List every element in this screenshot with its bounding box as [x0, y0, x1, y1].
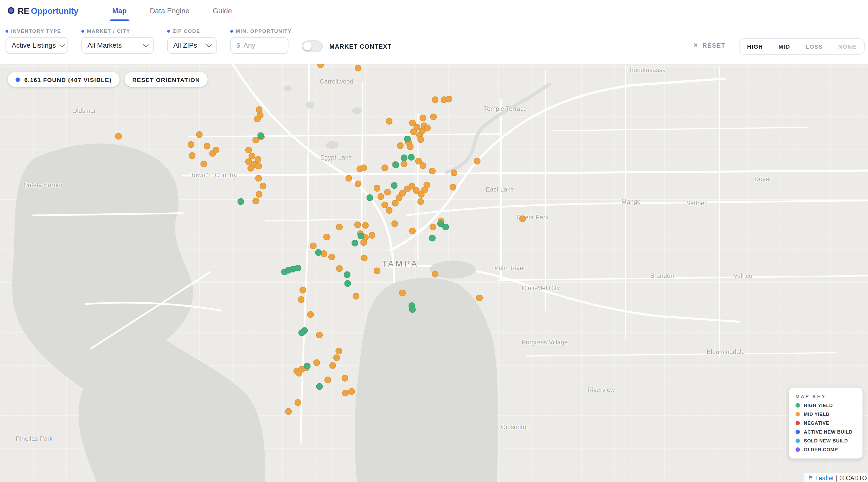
marker-mid-yield[interactable]	[196, 131, 203, 138]
marker-mid-yield[interactable]	[374, 185, 380, 192]
marker-mid-yield[interactable]	[307, 311, 314, 318]
carto-link[interactable]: © CARTO	[840, 474, 867, 481]
marker-high-yield[interactable]	[299, 330, 305, 336]
marker-mid-yield[interactable]	[360, 239, 367, 246]
marker-mid-yield[interactable]	[285, 408, 292, 415]
marker-mid-yield[interactable]	[200, 160, 207, 167]
marker-mid-yield[interactable]	[417, 136, 424, 143]
marker-mid-yield[interactable]	[298, 296, 305, 303]
marker-mid-yield[interactable]	[324, 376, 331, 383]
marker-mid-yield[interactable]	[254, 116, 261, 123]
marker-mid-yield[interactable]	[255, 163, 262, 170]
marker-high-yield[interactable]	[358, 233, 364, 239]
marker-mid-yield[interactable]	[189, 152, 196, 159]
marker-high-yield[interactable]	[257, 132, 264, 139]
marker-high-yield[interactable]	[344, 280, 351, 287]
marker-mid-yield[interactable]	[374, 268, 380, 274]
map-canvas[interactable]: ThonotosassaCarrollwoodTemple TerraceOld…	[0, 64, 868, 482]
nav-tab-data-engine[interactable]: Data Engine	[148, 0, 191, 21]
marker-mid-yield[interactable]	[369, 232, 375, 239]
marker-mid-yield[interactable]	[386, 207, 393, 214]
marker-mid-yield[interactable]	[450, 184, 456, 190]
marker-high-yield[interactable]	[304, 363, 311, 369]
marker-mid-yield[interactable]	[377, 193, 384, 200]
marker-mid-yield[interactable]	[355, 181, 362, 187]
marker-mid-yield[interactable]	[336, 265, 343, 272]
marker-mid-yield[interactable]	[519, 215, 526, 222]
marker-mid-yield[interactable]	[384, 189, 391, 196]
marker-mid-yield[interactable]	[392, 200, 399, 207]
marker-mid-yield[interactable]	[354, 221, 361, 228]
marker-mid-yield[interactable]	[255, 175, 262, 182]
marker-mid-yield[interactable]	[313, 359, 320, 366]
min-opportunity-input[interactable]	[243, 42, 275, 50]
marker-mid-yield[interactable]	[401, 160, 407, 167]
marker-high-yield[interactable]	[391, 182, 398, 189]
marker-mid-yield[interactable]	[330, 362, 336, 369]
marker-high-yield[interactable]	[351, 240, 358, 246]
marker-mid-yield[interactable]	[345, 175, 352, 182]
marker-high-yield[interactable]	[409, 306, 416, 313]
marker-mid-yield[interactable]	[320, 250, 327, 257]
marker-mid-yield[interactable]	[213, 147, 219, 154]
marker-high-yield[interactable]	[442, 224, 449, 231]
marker-high-yield[interactable]	[429, 235, 436, 242]
tier-mid-button[interactable]: MID	[771, 39, 798, 54]
marker-mid-yield[interactable]	[430, 114, 437, 120]
marker-mid-yield[interactable]	[333, 355, 340, 361]
nav-tab-guide[interactable]: Guide	[211, 0, 234, 21]
zip-code-select[interactable]: All ZIPs	[167, 37, 217, 54]
marker-mid-yield[interactable]	[328, 253, 335, 260]
marker-mid-yield[interactable]	[310, 243, 317, 249]
tier-high-button[interactable]: HIGH	[740, 39, 771, 54]
marker-mid-yield[interactable]	[204, 143, 211, 150]
marker-mid-yield[interactable]	[407, 143, 414, 150]
tier-none-button[interactable]: NONE	[831, 39, 864, 54]
marker-mid-yield[interactable]	[429, 168, 436, 175]
marker-mid-yield[interactable]	[316, 332, 323, 338]
results-count-pill[interactable]: 6,161 FOUND (407 VISIBLE)	[8, 72, 119, 87]
marker-mid-yield[interactable]	[256, 191, 262, 198]
marker-mid-yield[interactable]	[381, 164, 388, 171]
marker-mid-yield[interactable]	[446, 96, 453, 102]
marker-mid-yield[interactable]	[352, 293, 359, 300]
market-context-toggle[interactable]	[302, 40, 323, 52]
marker-mid-yield[interactable]	[348, 388, 355, 395]
marker-mid-yield[interactable]	[336, 224, 343, 231]
market-city-select[interactable]: All Markets	[82, 37, 154, 54]
marker-mid-yield[interactable]	[335, 348, 342, 355]
marker-mid-yield[interactable]	[323, 234, 330, 240]
marker-high-yield[interactable]	[404, 135, 411, 142]
marker-mid-yield[interactable]	[362, 222, 369, 229]
marker-mid-yield[interactable]	[386, 118, 393, 125]
marker-high-yield[interactable]	[344, 271, 350, 278]
marker-mid-yield[interactable]	[409, 228, 416, 234]
inventory-type-select[interactable]: Active Listings	[5, 37, 68, 54]
tier-loss-button[interactable]: LOSS	[798, 39, 831, 54]
marker-mid-yield[interactable]	[420, 162, 427, 169]
marker-mid-yield[interactable]	[391, 220, 398, 227]
marker-mid-yield[interactable]	[451, 170, 457, 176]
marker-mid-yield[interactable]	[361, 255, 368, 262]
marker-mid-yield[interactable]	[410, 128, 417, 135]
marker-mid-yield[interactable]	[397, 142, 404, 149]
marker-mid-yield[interactable]	[294, 399, 301, 406]
marker-mid-yield[interactable]	[360, 164, 367, 171]
marker-mid-yield[interactable]	[476, 295, 483, 301]
marker-mid-yield[interactable]	[474, 158, 480, 164]
marker-high-yield[interactable]	[392, 161, 399, 169]
reset-filters-button[interactable]: ✕ RESET	[693, 42, 726, 49]
marker-high-yield[interactable]	[294, 265, 301, 271]
marker-high-yield[interactable]	[408, 154, 415, 160]
marker-high-yield[interactable]	[238, 198, 244, 205]
marker-mid-yield[interactable]	[381, 202, 388, 208]
marker-mid-yield[interactable]	[188, 141, 194, 148]
marker-mid-yield[interactable]	[432, 271, 439, 277]
marker-mid-yield[interactable]	[430, 224, 436, 231]
leaflet-link[interactable]: Leaflet	[815, 474, 834, 481]
marker-mid-yield[interactable]	[342, 390, 349, 397]
marker-mid-yield[interactable]	[252, 198, 259, 205]
marker-high-yield[interactable]	[316, 383, 323, 390]
marker-mid-yield[interactable]	[420, 115, 427, 121]
marker-mid-yield[interactable]	[245, 147, 252, 154]
